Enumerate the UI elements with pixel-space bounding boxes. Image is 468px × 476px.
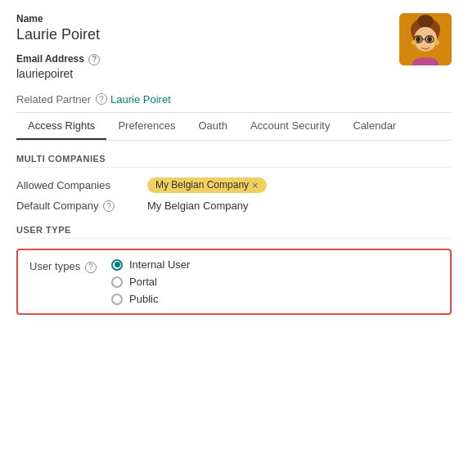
tag-label: My Belgian Company — [155, 179, 249, 191]
email-value: lauriepoiret — [16, 67, 100, 80]
default-company-value: My Belgian Company — [147, 200, 249, 212]
tab-preferences[interactable]: Preferences — [106, 113, 187, 140]
name-label: Name — [16, 13, 100, 25]
email-section: Email Address ? lauriepoiret — [16, 53, 100, 80]
radio-portal-circle — [111, 276, 123, 288]
allowed-companies-label: Allowed Companies — [16, 179, 147, 191]
user-types-row: User types ? Internal User Portal Public — [29, 258, 439, 305]
svg-point-4 — [417, 15, 434, 28]
related-partner-label: Related Partner — [16, 93, 91, 106]
radio-portal-label: Portal — [129, 276, 157, 288]
svg-point-10 — [427, 37, 432, 42]
multi-companies-title: MULTI COMPANIES — [16, 154, 452, 168]
name-section: Name Laurie Poiret — [16, 13, 100, 43]
radio-internal-user[interactable]: Internal User — [111, 258, 190, 271]
radio-portal[interactable]: Portal — [111, 276, 190, 288]
name-value: Laurie Poiret — [16, 26, 100, 43]
multi-companies-section: MULTI COMPANIES Allowed Companies My Bel… — [16, 154, 452, 213]
tab-access-rights[interactable]: Access Rights — [16, 113, 106, 140]
user-types-help-icon[interactable]: ? — [85, 262, 97, 273]
related-partner-link[interactable]: Laurie Poiret — [110, 93, 171, 106]
header-row: Name Laurie Poiret Email Address ? lauri… — [16, 13, 452, 83]
related-partner-row: Related Partner ? Laurie Poiret — [16, 93, 452, 113]
user-types-label: User types ? — [29, 258, 111, 273]
default-company-label: Default Company ? — [16, 200, 147, 213]
svg-point-12 — [434, 40, 439, 45]
tab-oauth[interactable]: Oauth — [187, 113, 238, 140]
main-form: Name Laurie Poiret Email Address ? lauri… — [16, 13, 452, 315]
allowed-companies-value: My Belgian Company × — [147, 177, 267, 193]
default-company-row: Default Company ? My Belgian Company — [16, 200, 452, 213]
user-type-section: USER TYPE User types ? Internal User Por… — [16, 225, 452, 315]
user-type-title: USER TYPE — [16, 225, 452, 239]
avatar — [399, 13, 452, 65]
svg-point-11 — [412, 40, 416, 45]
radio-internal-user-circle — [111, 259, 123, 271]
user-types-box: User types ? Internal User Portal Public — [16, 249, 452, 315]
name-email-section: Name Laurie Poiret Email Address ? lauri… — [16, 13, 100, 83]
default-company-help-icon[interactable]: ? — [103, 200, 115, 212]
related-partner-help-icon[interactable]: ? — [96, 93, 107, 105]
radio-public-label: Public — [129, 293, 158, 305]
radio-public-circle — [111, 294, 123, 305]
radio-group: Internal User Portal Public — [111, 258, 190, 305]
allowed-company-tag: My Belgian Company × — [147, 177, 267, 193]
allowed-companies-row: Allowed Companies My Belgian Company × — [16, 177, 452, 193]
tab-account-security[interactable]: Account Security — [239, 113, 342, 140]
tag-remove-button[interactable]: × — [252, 179, 259, 191]
svg-point-9 — [416, 37, 421, 42]
tab-calendar[interactable]: Calendar — [341, 113, 407, 140]
tabs: Access Rights Preferences Oauth Account … — [16, 113, 452, 141]
radio-public[interactable]: Public — [111, 293, 190, 305]
radio-internal-user-label: Internal User — [129, 258, 190, 271]
email-label: Email Address ? — [16, 53, 100, 65]
email-help-icon[interactable]: ? — [88, 54, 100, 65]
